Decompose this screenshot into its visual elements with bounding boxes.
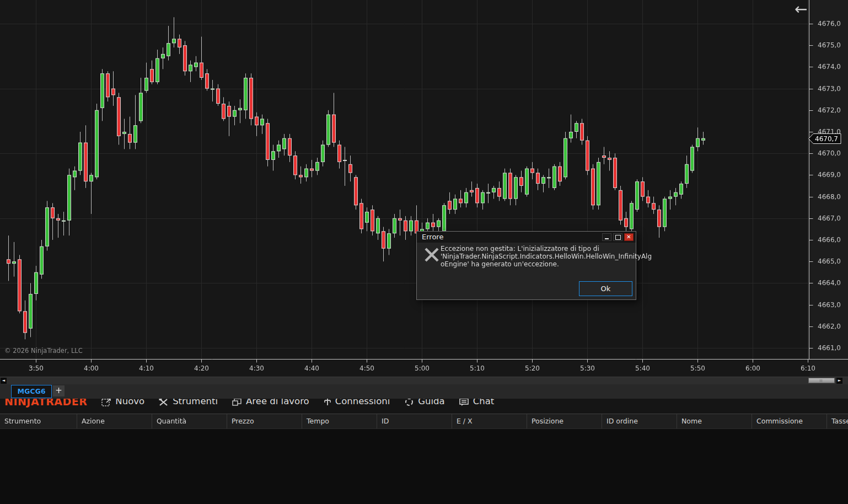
dialog-minimize-button[interactable] (602, 233, 611, 241)
column-header-prezzo[interactable]: Prezzo (227, 414, 302, 428)
menu-strumenti[interactable]: Strumenti (159, 399, 218, 408)
column-header-id-ordine[interactable]: ID ordine (602, 414, 677, 428)
menu-guida-label: Guida (418, 399, 444, 408)
error-message-line2: 'NinjaTrader.NinjaScript.Indicators.Hell… (441, 253, 622, 260)
menu-strumenti-label: Strumenti (173, 399, 218, 408)
menu-nuovo[interactable]: Nuovo (101, 399, 144, 408)
chart-tab-bar: MGCG6 + (0, 384, 848, 399)
scrollbar-grip (820, 379, 823, 382)
ninjatrader-logo: NINJATRADER (4, 399, 87, 408)
column-header-e-x[interactable]: E / X (452, 414, 527, 428)
help-icon (404, 399, 414, 406)
error-message: Eccezione non gestita: L'inizializzatore… (441, 245, 622, 268)
error-dialog: Errore ✕ Eccezione non gestita: L'inizia… (416, 231, 636, 300)
dialog-close-button[interactable]: ✕ (624, 233, 634, 241)
menu-aree-di-lavoro-label: Aree di lavoro (246, 399, 309, 408)
new-window-icon (101, 399, 111, 406)
error-dialog-titlebar[interactable]: Errore ✕ (417, 232, 636, 243)
menu-nuovo-label: Nuovo (115, 399, 144, 408)
error-message-line3: oEngine' ha generato un'eccezione. (441, 260, 622, 268)
price-chart-canvas[interactable] (0, 0, 848, 377)
dialog-maximize-button[interactable] (613, 233, 622, 241)
workspaces-icon (232, 399, 242, 406)
column-header-strumento[interactable]: Strumento (0, 414, 77, 428)
column-header-posizione[interactable]: Posizione (527, 414, 602, 428)
chart-copyright: © 2026 NinjaTrader, LLC (4, 347, 83, 355)
scrollbar-thumb[interactable] (808, 378, 835, 383)
price-marker-value: 4670,7 (815, 135, 838, 143)
column-header-azione[interactable]: Azione (77, 414, 152, 428)
menu-chat[interactable]: Chat (459, 399, 495, 408)
error-message-line1: Eccezione non gestita: L'inizializzatore… (441, 245, 622, 253)
column-header-quantit-[interactable]: Quantità (152, 414, 227, 428)
back-arrow-icon[interactable]: ← (795, 0, 807, 19)
connections-plug-icon (324, 399, 331, 406)
column-header-tempo[interactable]: Tempo (302, 414, 377, 428)
error-dialog-title: Errore (422, 233, 443, 241)
column-header-commissione[interactable]: Commissione (752, 414, 827, 428)
orders-table-header: StrumentoAzioneQuantitàPrezzoTempoIDE / … (0, 414, 848, 429)
control-center-menubar: NINJATRADER Nuovo Strumenti Aree di lavo… (0, 399, 848, 414)
menu-aree-di-lavoro[interactable]: Aree di lavoro (232, 399, 309, 408)
column-header-nome[interactable]: Nome (677, 414, 752, 428)
menu-connessioni[interactable]: Connessioni (324, 399, 390, 408)
orders-table-body (0, 429, 848, 504)
ninjatrader-app: { "window": { "back_arrow_glyph": "←" },… (0, 0, 848, 504)
scroll-left-button[interactable]: ◄ (1, 378, 7, 384)
last-price-marker: 4670,7 (808, 133, 841, 144)
error-x-icon (423, 246, 440, 263)
add-tab-button[interactable]: + (53, 385, 65, 396)
tools-icon (159, 399, 169, 406)
menu-connessioni-label: Connessioni (335, 399, 390, 408)
column-header-id[interactable]: ID (377, 414, 452, 428)
chart-horizontal-scrollbar[interactable]: ◄ ► (0, 377, 848, 384)
ok-button[interactable]: Ok (579, 281, 632, 296)
scroll-right-button[interactable]: ► (836, 378, 842, 384)
column-header-tasse[interactable]: Tasse (827, 414, 848, 428)
menu-chat-label: Chat (473, 399, 495, 408)
chat-bubble-icon (459, 399, 469, 406)
tab-mgcg6[interactable]: MGCG6 (11, 385, 52, 398)
menu-guida[interactable]: Guida (404, 399, 444, 408)
